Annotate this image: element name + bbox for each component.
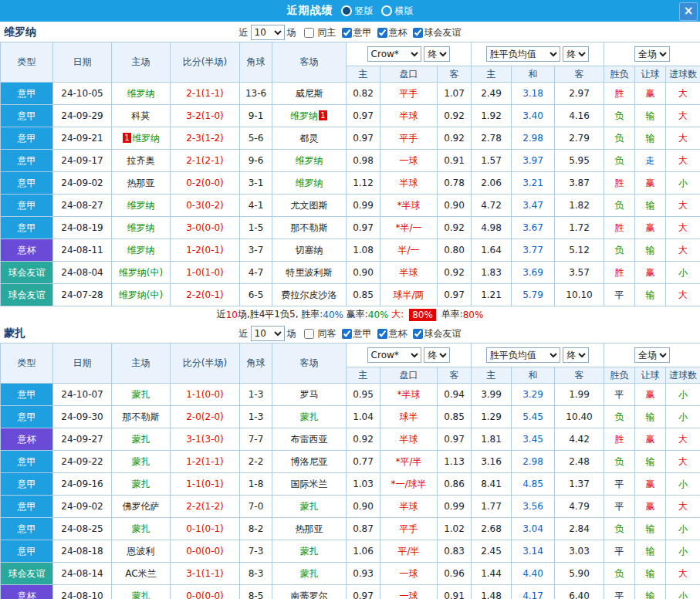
results-table: 类型日期主场比分(半场)角球客场Crow* 终胜平负均值 终全场主盘口客主和客胜…	[0, 343, 700, 599]
match-count-select[interactable]: 10	[251, 326, 285, 341]
score-cell: 2-1(1-1)	[171, 83, 240, 105]
vertical-label: 竖版	[355, 5, 374, 18]
league-type-cell: 意甲	[1, 150, 53, 172]
home-team-cell: 蒙扎	[112, 384, 171, 406]
score-cell: 2-2(0-1)	[171, 284, 240, 306]
avg-stage-select[interactable]: 终	[563, 347, 589, 363]
corner-cell: 9-1	[240, 105, 272, 127]
league-checkbox[interactable]	[342, 28, 352, 38]
handicap-result-cell: 赢	[635, 473, 666, 496]
avg-lose-cell: 1.82	[555, 195, 604, 217]
league-filter[interactable]: 意杯	[374, 26, 407, 39]
avg-type-select[interactable]: 胜平负均值	[486, 347, 560, 363]
corner-cell: 4-7	[240, 262, 272, 284]
home-team-cell: 蒙扎	[112, 428, 171, 451]
match-row: 意甲24-08-27维罗纳0-3(0-2)4-1尤文图斯0.99*半球0.904…	[1, 195, 700, 217]
league-checkbox[interactable]	[342, 329, 352, 339]
date-cell: 24-07-28	[53, 284, 112, 306]
odds-company-select[interactable]: Crow*	[367, 347, 421, 363]
match-count-select[interactable]: 10	[251, 25, 285, 40]
goals-cell: 小	[666, 172, 700, 195]
match-row: 意甲24-10-07蒙扎1-1(0-0)1-3罗马0.95*半球0.943.99…	[1, 384, 700, 406]
same-venue-checkbox[interactable]	[304, 329, 314, 339]
home-odds-cell: 0.99	[347, 195, 380, 217]
sub-column-header: 进球数	[666, 66, 700, 83]
odds-stage-select[interactable]: 终	[424, 347, 450, 363]
away-team-cell: 热那亚	[272, 518, 347, 540]
date-cell: 24-09-16	[53, 473, 112, 496]
league-filter[interactable]: 球会友谊	[410, 327, 462, 340]
corner-cell: 6-5	[240, 284, 272, 306]
league-checkbox[interactable]	[413, 329, 423, 339]
odds-stage-select[interactable]: 终	[424, 46, 450, 62]
goals-cell: 大	[666, 195, 700, 217]
handicap-result-cell: 输	[635, 284, 666, 306]
league-type-cell: 意甲	[1, 406, 53, 428]
home-team-name: 维罗纳	[127, 200, 155, 211]
match-row: 意杯24-08-10蒙扎0-0(0-0)8-5南蒂罗尔0.97一球0.911.4…	[1, 585, 700, 599]
home-team-name: 拉齐奥	[127, 155, 155, 166]
league-filter[interactable]: 球会友谊	[410, 26, 462, 39]
summary-segment: 场,胜4平1负5, 胜率:	[238, 308, 323, 321]
handicap-result-cell: 赢	[635, 217, 666, 239]
home-odds-cell: 0.97	[347, 127, 380, 150]
same-venue-checkbox[interactable]	[304, 28, 314, 38]
avg-lose-cell: 2.79	[555, 127, 604, 150]
score-cell: 0-3(0-2)	[171, 195, 240, 217]
date-cell: 24-09-22	[53, 451, 112, 473]
avg-lose-cell: 2.84	[555, 518, 604, 540]
league-checkbox[interactable]	[413, 28, 423, 38]
scope-select[interactable]: 全场	[634, 46, 670, 62]
home-odds-cell: 1.03	[347, 473, 380, 496]
avg-win-cell: 3.99	[472, 384, 512, 406]
corner-cell: 7-0	[240, 496, 272, 518]
result-cell: 负	[604, 127, 635, 150]
odds-company-select[interactable]: Crow*	[367, 46, 421, 62]
avg-lose-cell: 3.57	[555, 262, 604, 284]
date-cell: 24-08-14	[53, 563, 112, 585]
near-label: 近	[239, 26, 249, 39]
away-odds-cell: 0.85	[438, 406, 472, 428]
away-team-name: 都灵	[300, 133, 319, 144]
avg-stage-select[interactable]: 终	[563, 46, 589, 62]
sub-column-header: 盘口	[380, 66, 438, 83]
avg-draw-cell: 3.67	[512, 217, 555, 239]
avg-draw-cell: 3.21	[512, 172, 555, 195]
avg-type-select[interactable]: 胜平负均值	[486, 46, 560, 62]
handicap-cell: 平/半	[380, 540, 438, 563]
score-cell: 3-0(0-0)	[171, 217, 240, 239]
league-type-cell: 意甲	[1, 83, 53, 105]
column-header: 主场	[112, 42, 171, 83]
goals-cell: 大	[666, 496, 700, 518]
league-type-cell: 球会友谊	[1, 563, 53, 585]
result-cell: 负	[604, 239, 635, 262]
league-filter[interactable]: 意甲	[339, 26, 372, 39]
league-filter[interactable]: 意甲	[339, 327, 372, 340]
league-type-cell: 意甲	[1, 172, 53, 195]
corner-cell: 1-3	[240, 406, 272, 428]
home-team-name: 恩波利	[127, 546, 155, 557]
goals-cell: 大	[666, 563, 700, 585]
score-cell: 1-2(0-1)	[171, 239, 240, 262]
away-team-cell: 特里波利斯	[272, 262, 347, 284]
layout-radio-vertical[interactable]: 竖版	[341, 5, 374, 18]
column-header: 角球	[240, 42, 272, 83]
layout-radio-horizontal[interactable]: 横版	[381, 5, 414, 18]
close-button[interactable]: ×	[679, 2, 698, 21]
league-filter[interactable]: 意杯	[374, 327, 407, 340]
handicap-cell: 平手	[380, 127, 438, 150]
away-team-cell: 切塞纳	[272, 239, 347, 262]
summary-segment: 40%	[323, 310, 343, 320]
away-team-cell: 尤文图斯	[272, 195, 347, 217]
summary-segment: 80%	[409, 309, 436, 321]
home-team-cell: 佛罗伦萨	[112, 496, 171, 518]
date-cell: 24-09-02	[53, 496, 112, 518]
scope-select[interactable]: 全场	[634, 347, 670, 363]
handicap-result-cell: 输	[635, 540, 666, 563]
home-odds-cell: 0.95	[347, 384, 380, 406]
away-team-name: 蒙扎	[300, 568, 319, 579]
league-checkbox[interactable]	[377, 28, 387, 38]
league-checkbox[interactable]	[377, 329, 387, 339]
avg-draw-cell: 4.85	[512, 473, 555, 496]
column-header: 类型	[1, 42, 53, 83]
